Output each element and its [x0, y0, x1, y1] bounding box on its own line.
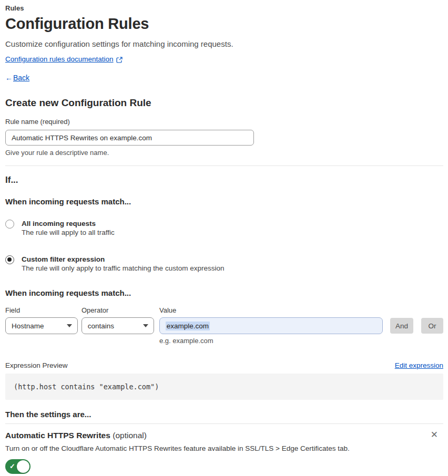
- breadcrumb: Rules: [5, 4, 443, 13]
- external-link-icon: [116, 56, 123, 63]
- setting-description: Turn on or off the Cloudflare Automatic …: [5, 444, 443, 453]
- setting-divider: [5, 423, 443, 424]
- rule-name-helper: Give your rule a descriptive name.: [5, 149, 443, 157]
- value-input[interactable]: example.com: [159, 317, 383, 334]
- expression-preview-code: (http.host contains "example.com"): [5, 374, 443, 400]
- create-rule-heading: Create new Configuration Rule: [5, 96, 443, 109]
- back-link[interactable]: Back: [13, 74, 29, 82]
- value-column-label: Value: [159, 306, 176, 315]
- radio-label: Custom filter expression: [22, 255, 224, 264]
- then-heading: Then the settings are...: [5, 409, 443, 419]
- expression-code-text: (http.host contains "example.com"): [14, 382, 159, 391]
- close-icon[interactable]: ✕: [429, 430, 440, 439]
- expression-preview-label: Expression Preview: [5, 361, 68, 370]
- and-button[interactable]: And: [390, 318, 413, 334]
- toggle-knob[interactable]: [17, 460, 29, 473]
- radio-label: All incoming requests: [22, 219, 115, 228]
- value-input-text: example.com: [166, 322, 210, 330]
- builder-heading: When incoming requests match...: [5, 288, 443, 298]
- setting-toggle-on[interactable]: ✓: [5, 459, 30, 474]
- if-heading: If...: [5, 174, 443, 186]
- documentation-link[interactable]: Configuration rules documentation: [5, 55, 114, 64]
- rule-name-label: Rule name (required): [5, 118, 443, 126]
- radio-description: The rule will only apply to traffic matc…: [22, 264, 224, 273]
- request-match-radio-group: All incoming requests The rule will appl…: [5, 219, 443, 273]
- edit-expression-link[interactable]: Edit expression: [395, 361, 443, 370]
- value-helper: e.g. example.com: [159, 337, 443, 345]
- radio-custom-filter-expression[interactable]: Custom filter expression The rule will o…: [5, 255, 443, 273]
- page-title: Configuration Rules: [5, 14, 443, 34]
- section-divider: [5, 165, 443, 166]
- radio-all-incoming-requests[interactable]: All incoming requests The rule will appl…: [5, 219, 443, 237]
- operator-select-wrap: contains: [82, 317, 154, 334]
- back-link-row: ←Back: [5, 73, 443, 82]
- field-select-wrap: Hostname: [5, 317, 78, 334]
- setting-name: Automatic HTTPS Rewrites: [5, 431, 110, 440]
- radio-selected-icon[interactable]: [5, 255, 14, 264]
- match-heading: When incoming requests match...: [5, 196, 443, 206]
- setting-card-automatic-https-rewrites: Automatic HTTPS Rewrites (optional) ✕ Tu…: [5, 430, 443, 476]
- radio-description: The rule will apply to all traffic: [22, 228, 115, 237]
- rule-name-input[interactable]: [5, 130, 254, 146]
- back-arrow-icon: ←: [5, 74, 13, 82]
- field-select[interactable]: Hostname: [5, 317, 78, 334]
- page-subtitle: Customize configuration settings for mat…: [5, 39, 443, 49]
- or-button[interactable]: Or: [421, 318, 443, 334]
- field-column-label: Field: [5, 306, 82, 315]
- setting-optional-label: (optional): [113, 431, 147, 440]
- checkmark-icon: ✓: [9, 462, 15, 471]
- radio-unselected-icon[interactable]: [5, 220, 14, 229]
- operator-select[interactable]: contains: [82, 317, 154, 334]
- operator-column-label: Operator: [82, 306, 159, 315]
